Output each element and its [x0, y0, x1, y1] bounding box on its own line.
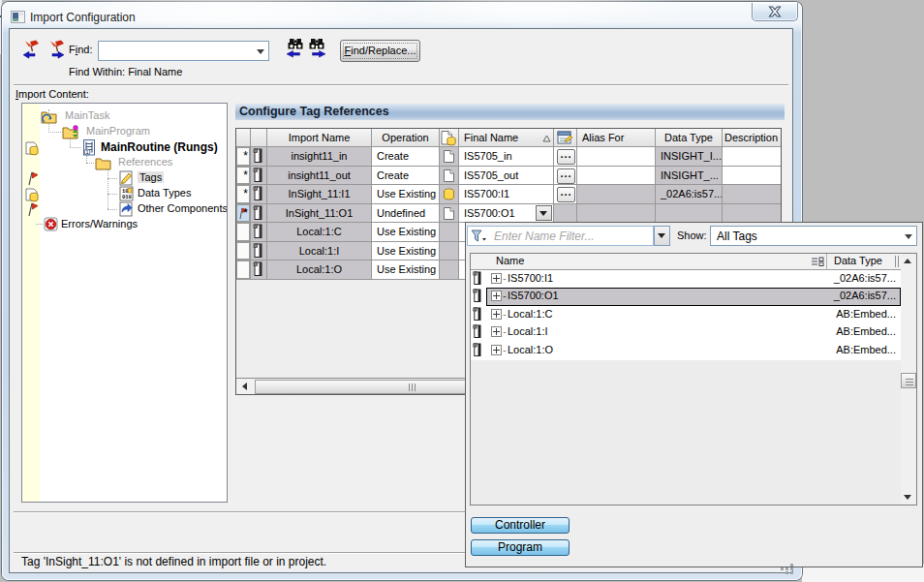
svg-text:010: 010 [122, 194, 132, 200]
svg-text:1: 1 [85, 149, 88, 155]
